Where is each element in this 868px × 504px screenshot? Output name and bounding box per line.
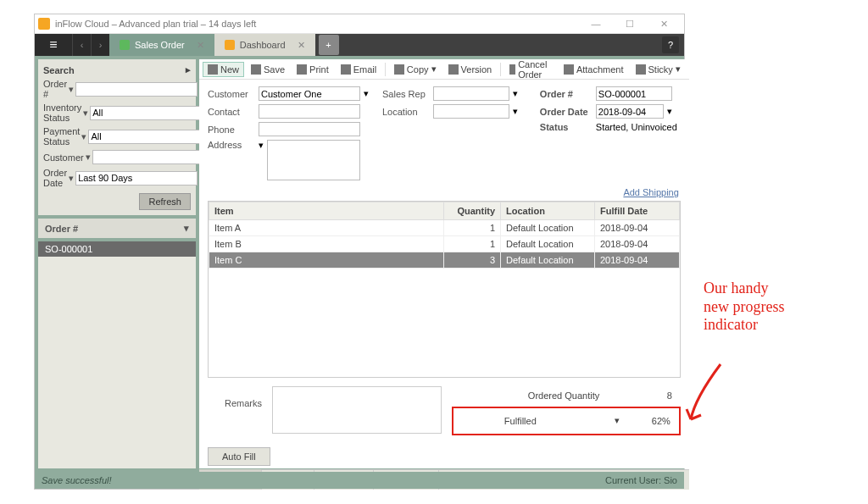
salesrep-select[interactable] bbox=[433, 86, 509, 101]
tab-sales-order[interactable]: Sales Order ✕ bbox=[109, 34, 214, 56]
titlebar: inFlow Cloud – Advanced plan trial – 14 … bbox=[35, 14, 684, 34]
order-row[interactable]: SO-000001 bbox=[38, 241, 196, 257]
save-icon bbox=[251, 64, 261, 75]
dashboard-icon bbox=[225, 40, 235, 50]
order-date-input[interactable] bbox=[596, 104, 664, 119]
close-tab-icon[interactable]: ✕ bbox=[298, 40, 305, 51]
search-payment-select[interactable] bbox=[88, 130, 210, 144]
sticky-icon bbox=[636, 64, 646, 75]
print-icon bbox=[297, 64, 307, 75]
sort-icon[interactable]: ▾ bbox=[184, 223, 189, 234]
phone-input[interactable] bbox=[259, 122, 360, 136]
annotation-text: Our handy new progress indicator bbox=[704, 280, 784, 335]
refresh-button[interactable]: Refresh bbox=[139, 193, 191, 210]
main-panel: New Save Print Email Copy▾ Version Cance… bbox=[199, 59, 689, 468]
status-value: Started, Uninvoiced bbox=[596, 122, 681, 132]
copy-icon bbox=[394, 64, 404, 75]
line-items-grid: Item Quantity Location Fulfill Date Item… bbox=[208, 201, 681, 378]
address-input[interactable] bbox=[267, 140, 360, 180]
tab-dashboard[interactable]: Dashboard ✕ bbox=[214, 34, 315, 56]
annotation-arrow-icon bbox=[687, 356, 737, 424]
remarks-input[interactable] bbox=[272, 386, 442, 434]
search-customer-input[interactable] bbox=[92, 150, 214, 164]
close-button[interactable]: ✕ bbox=[647, 16, 681, 31]
hamburger-menu-button[interactable]: ≡ bbox=[35, 34, 72, 56]
version-button[interactable]: Version bbox=[443, 62, 498, 77]
attachment-button[interactable]: Attachment bbox=[559, 62, 629, 77]
customer-select[interactable] bbox=[259, 86, 360, 101]
add-shipping-link[interactable]: Add Shipping bbox=[623, 187, 678, 197]
copy-button[interactable]: Copy▾ bbox=[389, 61, 442, 77]
auto-fill-button[interactable]: Auto Fill bbox=[208, 447, 270, 466]
ordered-qty-value: 8 bbox=[638, 390, 672, 401]
search-date-select[interactable] bbox=[75, 171, 198, 186]
new-button[interactable]: New bbox=[203, 62, 244, 77]
search-panel: Search ▸ Order #▾ Inventory Status▾ Paym… bbox=[38, 59, 196, 215]
close-tab-icon[interactable]: ✕ bbox=[197, 40, 204, 51]
minimize-button[interactable]: — bbox=[579, 16, 613, 31]
version-icon bbox=[448, 64, 459, 75]
print-button[interactable]: Print bbox=[292, 62, 334, 77]
order-number-input[interactable] bbox=[596, 86, 672, 101]
email-button[interactable]: Email bbox=[336, 62, 382, 77]
summary-section: Remarks Ordered Quantity 8 Fulfilled ▾ 6… bbox=[208, 386, 681, 435]
search-inventory-select[interactable] bbox=[90, 106, 212, 120]
table-row[interactable]: Item A1Default Location2018-09-04 bbox=[209, 220, 680, 236]
app-logo-icon bbox=[38, 18, 50, 30]
table-row[interactable]: Item B1Default Location2018-09-04 bbox=[209, 236, 680, 252]
order-list-header[interactable]: Order # ▾ bbox=[38, 219, 196, 238]
order-form: Customer▾ Contact Phone Address▾ Sales R… bbox=[199, 80, 689, 187]
new-icon bbox=[208, 64, 218, 75]
search-order-input[interactable] bbox=[75, 82, 198, 97]
current-user: Current User: Sio bbox=[605, 475, 677, 485]
search-header: Search bbox=[43, 65, 75, 75]
maximize-button[interactable]: ☐ bbox=[613, 16, 647, 31]
sales-order-icon bbox=[120, 40, 130, 50]
cancel-order-button[interactable]: Cancel Order bbox=[504, 57, 557, 82]
sticky-button[interactable]: Sticky▾ bbox=[631, 61, 686, 77]
contact-input[interactable] bbox=[259, 104, 360, 119]
chevron-down-icon[interactable]: ▾ bbox=[615, 415, 620, 426]
add-tab-button[interactable]: + bbox=[319, 35, 339, 55]
nav-back-button[interactable]: ‹ bbox=[72, 34, 91, 56]
toolbar: New Save Print Email Copy▾ Version Cance… bbox=[199, 59, 689, 80]
app-window: inFlow Cloud – Advanced plan trial – 14 … bbox=[34, 14, 685, 490]
status-bar: Save successful! Current User: Sio bbox=[35, 472, 684, 489]
help-button[interactable]: ? bbox=[662, 36, 679, 53]
cancel-icon bbox=[509, 64, 515, 75]
collapse-icon[interactable]: ▸ bbox=[186, 64, 191, 75]
attachment-icon bbox=[564, 64, 574, 75]
email-icon bbox=[341, 64, 351, 75]
order-list: SO-000001 bbox=[38, 241, 196, 468]
location-select[interactable] bbox=[433, 104, 509, 119]
fulfilled-indicator: Fulfilled ▾ 62% bbox=[452, 407, 681, 435]
nav-forward-button[interactable]: › bbox=[91, 34, 109, 56]
window-title: inFlow Cloud – Advanced plan trial – 14 … bbox=[55, 19, 256, 29]
sidebar: Search ▸ Order #▾ Inventory Status▾ Paym… bbox=[38, 59, 196, 468]
table-row[interactable]: Item C3Default Location2018-09-04 bbox=[209, 252, 680, 269]
tab-strip: ≡ ‹ › Sales Order ✕ Dashboard ✕ + ? bbox=[35, 34, 684, 56]
save-button[interactable]: Save bbox=[246, 62, 290, 77]
fulfilled-pct-value: 62% bbox=[637, 416, 670, 426]
status-message: Save successful! bbox=[42, 475, 112, 485]
